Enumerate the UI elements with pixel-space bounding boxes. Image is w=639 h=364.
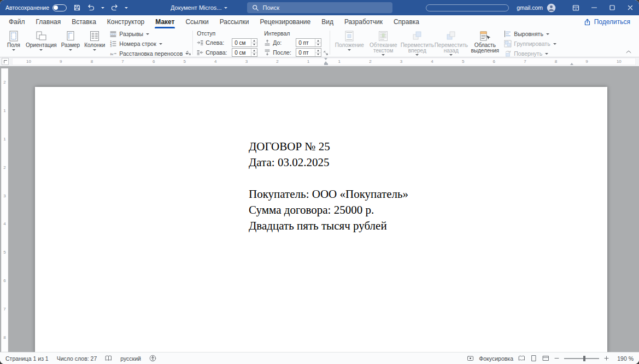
autosave-toggle[interactable] [52,4,67,11]
zoom-slider[interactable] [564,358,599,359]
search-box[interactable]: Поиск [247,2,392,13]
spin-down-icon[interactable] [251,53,257,57]
tab-layout[interactable]: Макет [150,15,180,28]
document-line[interactable]: Покупатель: ООО «Покупатель» [249,186,408,202]
dropdown-chevron-icon [348,49,351,51]
rotate-button[interactable]: Повернуть [504,49,556,58]
document-line[interactable]: Сумма договора: 25000 р. [249,202,408,218]
margins-button[interactable]: Поля [4,30,23,58]
tab-references[interactable]: Ссылки [180,15,214,28]
tab-home[interactable]: Главная [31,15,67,28]
columns-button[interactable]: Колонки [83,30,107,58]
spin-down-icon[interactable] [251,43,257,47]
focus-icon [467,355,474,362]
document-line[interactable]: ДОГОВОР № 25 [249,139,408,155]
tab-view[interactable]: Вид [316,15,339,28]
document-line[interactable]: Двадцать пять тысяч рублей [249,218,408,234]
selection-pane-button[interactable]: Область выделения [468,30,501,58]
spacing-after-input[interactable]: 0 пт [296,48,321,57]
zoom-slider-thumb[interactable] [583,356,585,361]
tab-mailings[interactable]: Рассылки [214,15,255,28]
autosave-control[interactable]: Автосохранение [5,4,67,11]
ruler-strip[interactable]: 10987654321 12345678910 [12,58,636,65]
document-line[interactable]: Дата: 03.02.2025 [249,155,408,171]
print-layout-icon[interactable] [530,355,537,362]
horizontal-ruler[interactable]: 10987654321 12345678910 [0,57,639,66]
indent-right-input[interactable]: 0 см [232,48,257,57]
document-title[interactable]: Документ Micros... [171,4,227,11]
spin-up-icon[interactable] [315,39,321,43]
spin-down-icon[interactable] [315,43,321,47]
search-icon [252,4,259,11]
document-line[interactable] [249,171,408,186]
ribbon-display-options-button[interactable] [567,0,585,15]
share-label: Поделиться [594,18,630,26]
document-page[interactable]: ДОГОВОР № 25Дата: 03.02.2025Покупатель: … [35,87,607,352]
tab-stop-selector[interactable] [2,58,9,65]
spinner-arrows[interactable] [315,39,321,46]
orientation-button[interactable]: Ориентация [24,30,58,58]
minimize-button[interactable] [585,0,603,15]
share-button[interactable]: Поделиться [584,18,630,26]
spinner-arrows[interactable] [315,49,321,56]
proofing-icon[interactable] [105,355,112,362]
language-indicator[interactable]: русский [120,355,141,362]
word-count[interactable]: Число слов: 27 [57,355,97,362]
account-label[interactable]: gmail.com [517,4,543,11]
tab-developer[interactable]: Разработчик [339,15,388,28]
tab-design[interactable]: Конструктор [102,15,150,28]
breaks-button[interactable]: Разрывы [109,30,189,38]
group-arrange: Положение Обтекание текстом Переместить … [331,28,559,57]
tab-file[interactable]: Файл [3,15,31,28]
group-objects-button[interactable]: Группировать [504,39,556,48]
web-layout-icon[interactable] [542,355,549,362]
bring-forward-button[interactable]: Переместить вперед [401,30,433,58]
group-paragraph: Отступ Слева: 0 см [194,28,329,57]
maximize-button[interactable] [603,0,621,15]
send-backward-button[interactable]: Переместить назад [435,30,467,58]
spin-down-icon[interactable] [315,53,321,57]
zoom-level[interactable]: 190 % [614,355,634,362]
collapse-ribbon-icon[interactable] [624,48,634,55]
right-indent-marker[interactable] [570,63,573,65]
indent-markers [324,58,329,65]
close-button[interactable] [621,0,639,15]
tab-help[interactable]: Справка [388,15,425,28]
spin-up-icon[interactable] [251,49,257,53]
accessibility-icon[interactable] [149,355,156,362]
dropdown-chevron-icon [545,53,548,55]
spin-up-icon[interactable] [315,49,321,53]
spinner-arrows[interactable] [251,49,257,56]
spinner-arrows[interactable] [251,39,257,46]
save-icon[interactable] [73,4,81,11]
line-numbers-button[interactable]: 123 Номера строк [109,39,189,48]
vertical-ruler[interactable]: 2112345678 [1,68,8,352]
hyphenation-button[interactable]: bc Расстановка переносов [109,49,189,58]
undo-dropdown-icon[interactable] [101,7,104,9]
zoom-out-icon[interactable] [554,356,559,361]
indent-left-input[interactable]: 0 см [232,38,257,47]
tab-review[interactable]: Рецензирование [255,15,316,28]
avatar[interactable] [547,3,556,13]
align-icon [504,30,512,38]
quick-access-chevron-icon[interactable] [125,7,128,9]
position-button[interactable]: Положение [333,30,366,58]
redo-icon[interactable] [110,4,119,11]
zoom-in-icon[interactable] [604,356,609,361]
focus-button[interactable]: Фокусировка [479,355,513,362]
left-indent-marker[interactable] [324,63,328,65]
tab-insert[interactable]: Вставка [66,15,102,28]
size-button[interactable]: Размер [60,30,81,58]
wrap-text-button[interactable]: Обтекание текстом [367,30,400,58]
document-text[interactable]: ДОГОВОР № 25Дата: 03.02.2025Покупатель: … [249,139,408,234]
page-setup-dialog-launcher[interactable] [185,50,192,56]
undo-icon[interactable] [87,4,95,11]
spin-up-icon[interactable] [251,39,257,43]
spacing-before-input[interactable]: 0 пт [296,38,321,47]
align-button[interactable]: Выровнять [504,30,556,38]
page-indicator[interactable]: Страница 1 из 1 [5,355,49,362]
share-icon [584,19,591,26]
first-line-indent-marker[interactable] [324,58,327,60]
paragraph-dialog-launcher[interactable] [323,50,329,56]
read-mode-icon[interactable] [518,355,525,362]
